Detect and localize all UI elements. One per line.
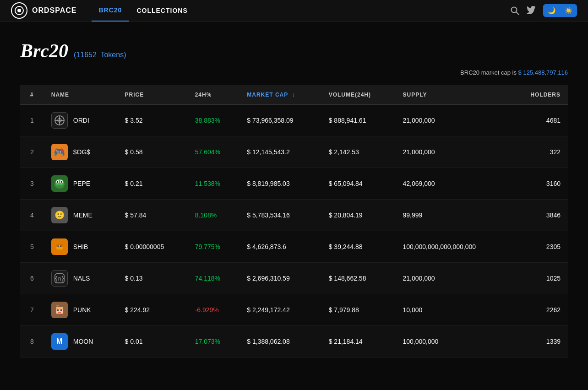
col-volume: VOLUME(24H) <box>321 85 396 105</box>
cell-name: ORDI <box>44 105 118 136</box>
table-row[interactable]: 4 🙂 MEME $ 57.84 8.108% $ 5,783,534.16 $… <box>20 200 568 231</box>
main-nav: BRC20 COLLECTIONS <box>92 0 195 21</box>
cell-holders: 1025 <box>510 263 568 294</box>
cell-price: $ 0.13 <box>118 263 188 294</box>
cell-supply: 21,000,000 <box>396 263 510 294</box>
svg-point-20 <box>57 245 59 247</box>
cell-name: SHIB <box>44 231 118 263</box>
nav-item-collections[interactable]: COLLECTIONS <box>129 0 195 22</box>
cell-volume: $ 7,979.88 <box>321 294 396 326</box>
main-content: Brc20 (11652 Tokens) BRC20 market cap is… <box>0 22 588 367</box>
col-24h: 24H% <box>188 85 240 105</box>
cell-price: $ 0.00000005 <box>118 231 188 263</box>
svg-line-3 <box>516 12 519 15</box>
svg-point-23 <box>61 246 61 247</box>
table-row[interactable]: 3 PEPE $ 0.21 11.538% $ 8,819,985.03 $ 6… <box>20 168 568 200</box>
cell-volume: $ 21,184.14 <box>321 326 396 358</box>
table-row[interactable]: 7 PUNK $ 224.92 -6.929% $ 2,249,172.42 $… <box>20 294 568 326</box>
cell-supply: 21,000,000 <box>396 105 510 136</box>
cell-supply: 99,999 <box>396 200 510 231</box>
cell-holders: 3160 <box>510 168 568 200</box>
table-row[interactable]: 2 🎮 $OG$ $ 0.58 57.604% $ 12,145,543.2 $… <box>20 136 568 168</box>
svg-text:{n}: {n} <box>54 276 65 282</box>
cell-marketcap: $ 12,145,543.2 <box>240 136 321 168</box>
market-cap-info: BRC20 market cap is $ 125,488,797,116 <box>20 69 568 76</box>
cell-price: $ 57.84 <box>118 200 188 231</box>
cell-rank: 1 <box>20 105 44 136</box>
cell-name: 🎮 $OG$ <box>44 136 118 168</box>
theme-dark-button[interactable]: 🌙 <box>543 4 560 17</box>
svg-point-13 <box>60 181 62 183</box>
cell-price: $ 0.01 <box>118 326 188 358</box>
svg-point-12 <box>57 181 58 183</box>
cell-holders: 4681 <box>510 105 568 136</box>
cell-marketcap: $ 8,819,985.03 <box>240 168 321 200</box>
cell-price: $ 224.92 <box>118 294 188 326</box>
cell-volume: $ 148,662.58 <box>321 263 396 294</box>
cell-holders: 2305 <box>510 231 568 263</box>
search-icon[interactable] <box>510 6 519 15</box>
svg-rect-28 <box>57 305 58 307</box>
cell-supply: 21,000,000 <box>396 136 510 168</box>
cell-rank: 4 <box>20 200 44 231</box>
table-row[interactable]: 1 ORDI $ 3.52 38.883% $ 73,966,358.09 $ … <box>20 105 568 136</box>
cell-marketcap: $ 73,966,358.09 <box>240 105 321 136</box>
cell-holders: 3846 <box>510 200 568 231</box>
cell-rank: 8 <box>20 326 44 358</box>
cell-supply: 100,000,000 <box>396 326 510 358</box>
cell-rank: 3 <box>20 168 44 200</box>
cell-volume: $ 65,094.84 <box>321 168 396 200</box>
cell-supply: 100,000,000,000,000,000 <box>396 231 510 263</box>
theme-toggle[interactable]: 🌙 ☀️ <box>543 4 577 17</box>
cell-price: $ 0.21 <box>118 168 188 200</box>
cell-change: 74.118% <box>188 263 240 294</box>
svg-point-22 <box>58 246 59 247</box>
cell-change: 79.775% <box>188 231 240 263</box>
market-cap-value: $ 125,488,797,116 <box>518 69 568 76</box>
cell-change: 11.538% <box>188 168 240 200</box>
cell-volume: $ 20,804.19 <box>321 200 396 231</box>
col-holders: HOLDERS <box>510 85 568 105</box>
sort-arrow-icon: ↓ <box>292 92 295 98</box>
theme-light-button[interactable]: ☀️ <box>560 4 577 17</box>
cell-name: {n} NALS <box>44 263 118 294</box>
twitter-icon[interactable] <box>527 6 536 15</box>
cell-volume: $ 888,941.61 <box>321 105 396 136</box>
table-header: # NAME PRICE 24H% MARKET CAP ↓ VOLUME(24… <box>20 85 568 105</box>
cell-rank: 6 <box>20 263 44 294</box>
col-marketcap[interactable]: MARKET CAP ↓ <box>240 85 321 105</box>
header: ORDSPACE BRC20 COLLECTIONS 🌙 ☀️ <box>0 0 588 22</box>
cell-marketcap: $ 4,626,873.6 <box>240 231 321 263</box>
cell-price: $ 3.52 <box>118 105 188 136</box>
cell-change: 17.073% <box>188 326 240 358</box>
cell-name: PEPE <box>44 168 118 200</box>
table-row[interactable]: 5 SHIB $ 0.00000005 79.775% $ 4,626,873.… <box>20 231 568 263</box>
logo[interactable]: ORDSPACE <box>11 2 77 19</box>
table-body: 1 ORDI $ 3.52 38.883% $ 73,966,358.09 $ … <box>20 105 568 358</box>
col-name: NAME <box>44 85 118 105</box>
cell-marketcap: $ 2,696,310.59 <box>240 263 321 294</box>
table-row[interactable]: 6 {n} NALS $ 0.13 74.118% $ 2,696,310.59… <box>20 263 568 294</box>
cell-holders: 1339 <box>510 326 568 358</box>
cell-change: 57.604% <box>188 136 240 168</box>
cell-marketcap: $ 1,388,062.08 <box>240 326 321 358</box>
cell-volume: $ 2,142.53 <box>321 136 396 168</box>
page-title-container: Brc20 (11652 Tokens) <box>20 40 568 62</box>
col-supply: SUPPLY <box>396 85 510 105</box>
cell-supply: 10,000 <box>396 294 510 326</box>
cell-marketcap: $ 2,249,172.42 <box>240 294 321 326</box>
svg-rect-31 <box>57 309 59 311</box>
svg-rect-30 <box>56 307 63 309</box>
table-row[interactable]: 8 M MOON $ 0.01 17.073% $ 1,388,062.08 $… <box>20 326 568 358</box>
page-title: Brc20 <box>20 40 68 62</box>
cell-name: PUNK <box>44 294 118 326</box>
cell-supply: 42,069,000 <box>396 168 510 200</box>
cell-name: M MOON <box>44 326 118 358</box>
logo-text: ORDSPACE <box>32 6 77 15</box>
cell-marketcap: $ 5,783,534.16 <box>240 200 321 231</box>
header-right: 🌙 ☀️ <box>510 4 577 17</box>
cell-volume: $ 39,244.88 <box>321 231 396 263</box>
nav-item-brc20[interactable]: BRC20 <box>92 0 130 22</box>
cell-holders: 322 <box>510 136 568 168</box>
logo-icon <box>11 2 27 19</box>
